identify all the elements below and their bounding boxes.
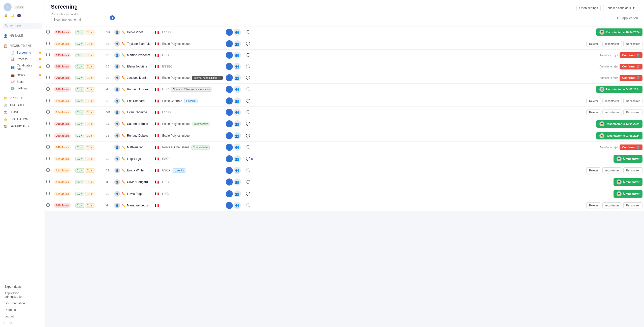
sidebar-item-project[interactable]: 📁 PROJECT — [0, 95, 45, 102]
reject-button[interactable]: Rejeter — [586, 109, 601, 115]
assign-icon[interactable]: 👥 — [234, 29, 241, 36]
profile-icon-blue[interactable]: 👤 — [226, 40, 233, 47]
cl-button[interactable]: CL ▼ — [85, 180, 94, 184]
meet-button[interactable]: 🧑 À rencontrer — [614, 178, 642, 186]
edit-icon[interactable]: ✏️ — [121, 192, 126, 196]
cv-button[interactable]: CV ▼ — [75, 99, 84, 103]
sidebar-item-logout[interactable]: Logout — [4, 313, 41, 320]
search-input[interactable] — [51, 16, 106, 23]
filter-dropdown-button[interactable]: Tous les candidats ▼ — [603, 5, 638, 11]
chat-icon[interactable]: 💬 — [246, 64, 250, 68]
cl-button[interactable]: CL ▼ — [85, 42, 94, 46]
row-checkbox[interactable] — [46, 134, 50, 137]
assign-icon[interactable]: 👥 — [234, 144, 241, 151]
recontacter-btn[interactable]: recontacter — [602, 202, 622, 208]
confirm-button[interactable]: Confirmer 🗑️ — [620, 52, 642, 58]
row-checkbox[interactable] — [46, 42, 50, 45]
profile-icon-blue[interactable]: 👤 — [226, 155, 233, 162]
edit-icon[interactable]: ✏️ — [121, 87, 126, 92]
flag-uk-icon[interactable]: 🇬🇧 — [17, 13, 21, 18]
cv-button[interactable]: CV ▼ — [75, 87, 84, 92]
chat-icon[interactable]: 💬 — [246, 157, 250, 161]
profile-icon-blue[interactable]: 👤 — [226, 29, 233, 36]
reject-button[interactable]: Rejeter — [586, 41, 601, 47]
recontacter-btn[interactable]: recontacter — [602, 41, 622, 47]
row-checkbox[interactable] — [46, 203, 50, 207]
edit-icon[interactable]: ✏️ — [121, 145, 126, 150]
assign-icon[interactable]: 👥 — [234, 167, 241, 174]
row-checkbox[interactable] — [46, 53, 50, 56]
sidebar-item-screening[interactable]: 📄 Screening — [7, 49, 45, 56]
sidebar-item-stats[interactable]: 📈 Stats — [7, 79, 45, 85]
chat-icon[interactable]: 💬 — [246, 122, 250, 126]
sidebar-item-timesheet[interactable]: ⏱️ TIMESHEET — [0, 102, 45, 109]
rencontrer-button[interactable]: Rencontrer — [623, 167, 642, 173]
sidebar-item-offers[interactable]: 💼 Offers — [7, 72, 45, 79]
reject-button[interactable]: Rejeter — [586, 202, 601, 208]
cl-button[interactable]: CL ▼ — [85, 145, 94, 150]
profile-icon-blue[interactable]: 👤 — [226, 86, 233, 93]
reject-button[interactable]: Rejeter — [586, 167, 601, 173]
cl-button[interactable]: CL ▼ — [85, 30, 94, 34]
recontacter-btn[interactable]: recontacter — [602, 98, 622, 104]
sidebar-item-leave[interactable]: 🏖️ LEAVE — [0, 109, 45, 116]
chat-icon[interactable]: 💬 — [246, 110, 250, 114]
cl-button[interactable]: CL ▼ — [85, 87, 94, 92]
sidebar-item-app-admin[interactable]: Application administration — [4, 290, 41, 300]
reject-button[interactable]: Rejeter — [586, 98, 601, 104]
confirm-button[interactable]: Confirmer 🗑️ — [620, 64, 642, 69]
chat-icon[interactable]: 💬 — [246, 203, 250, 207]
profile-icon-blue[interactable]: 👤 — [226, 97, 233, 104]
sidebar-item-candidates[interactable]: 👥 Candidates dat... — [7, 62, 45, 72]
meet-button[interactable]: 🧑 À rencontrer — [614, 155, 642, 163]
profile-icon-blue[interactable]: 👤 — [226, 190, 233, 197]
row-checkbox[interactable] — [46, 157, 50, 160]
lock-icon[interactable]: 🔒 — [4, 13, 8, 18]
row-checkbox[interactable] — [46, 180, 50, 183]
chat-icon[interactable]: 💬 — [246, 145, 250, 149]
rencontrer-button[interactable]: Rencontrer — [623, 202, 642, 208]
cv-button[interactable]: CV ▼ — [75, 110, 84, 115]
sidebar-item-updates[interactable]: Updates — [4, 307, 41, 313]
edit-icon[interactable]: ✏️ — [121, 53, 126, 57]
cv-button[interactable]: CV ▼ — [75, 180, 84, 184]
cv-button[interactable]: CV ▼ — [75, 157, 84, 161]
cv-button[interactable]: CV ▼ — [75, 76, 84, 80]
cl-button[interactable]: CL ▼ — [85, 64, 94, 69]
assign-icon[interactable]: 👥 — [234, 155, 241, 162]
cv-button[interactable]: CV ▼ — [75, 53, 84, 57]
profile-icon-blue[interactable]: 👤 — [226, 52, 233, 59]
cl-button[interactable]: CL ▼ — [85, 157, 94, 161]
chat-icon[interactable]: 💬 — [246, 168, 250, 172]
cancel-reject-label[interactable]: Annuler le rejet — [599, 76, 618, 79]
cv-button[interactable]: CV ▼ — [75, 134, 84, 138]
edit-icon[interactable]: ✏️ — [121, 30, 126, 34]
cl-button[interactable]: CL ▼ — [85, 168, 94, 173]
cl-button[interactable]: CL ▼ — [85, 110, 94, 115]
cl-button[interactable]: CL ▼ — [85, 99, 94, 103]
chat-icon[interactable]: 💬 — [246, 192, 250, 196]
cv-button[interactable]: CV ▼ — [75, 145, 84, 150]
assign-icon[interactable]: 👥 — [234, 109, 241, 116]
edit-icon[interactable]: ✏️ — [121, 133, 126, 138]
edit-icon[interactable]: ✏️ — [121, 42, 126, 46]
recontacter-button[interactable]: 🧑 Recontacter le 10/04/2024 — [596, 28, 642, 36]
meet-button[interactable]: 🧑 À rencontrer — [614, 190, 642, 198]
assign-icon[interactable]: 👥 — [234, 74, 241, 81]
recontacter-button[interactable]: 🧑 Recontacter le 03/05/2024 — [596, 132, 642, 139]
sidebar-item-dashboard[interactable]: 🏠 DASHBOARD — [0, 123, 45, 130]
chat-icon[interactable]: 💬 — [246, 30, 250, 34]
recontacter-btn[interactable]: recontacter — [602, 109, 622, 115]
row-checkbox[interactable] — [46, 192, 50, 195]
row-checkbox[interactable] — [46, 145, 50, 149]
row-checkbox[interactable] — [46, 64, 50, 68]
profile-icon-blue[interactable]: 👤 — [226, 120, 233, 127]
profile-icon-blue[interactable]: 👤 — [226, 63, 233, 70]
cl-button[interactable]: CL ▼ — [85, 53, 94, 57]
edit-icon[interactable]: ✏️ — [121, 122, 126, 126]
assign-icon[interactable]: 👥 — [234, 120, 241, 127]
open-settings-button[interactable]: Open settings — [576, 5, 601, 11]
assign-icon[interactable]: 👥 — [234, 86, 241, 93]
profile-icon-blue[interactable]: 👤 — [226, 178, 233, 186]
chat-icon[interactable]: 💬 — [246, 53, 250, 57]
